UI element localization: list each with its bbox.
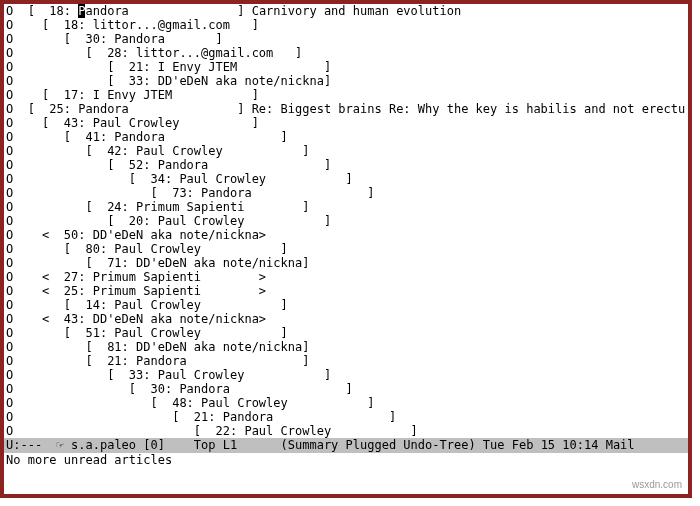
modeline-buffer-icon: ☞	[57, 438, 64, 452]
summary-line[interactable]: O [ 81: DD'eDeN aka note/nickna]	[6, 340, 686, 354]
summary-line[interactable]: O [ 28: littor...@gmail.com ]	[6, 46, 686, 60]
echo-area: No more unread articles	[4, 453, 688, 468]
summary-line[interactable]: O [ 42: Paul Crowley ]	[6, 144, 686, 158]
summary-line[interactable]: O [ 22: Paul Crowley ]	[6, 424, 686, 438]
summary-line[interactable]: O [ 71: DD'eDeN aka note/nickna]	[6, 256, 686, 270]
summary-line[interactable]: O [ 14: Paul Crowley ]	[6, 298, 686, 312]
modeline-buffer-info: s.a.paleo [0] Top L1 (Summary Plugged Un…	[64, 438, 635, 452]
modeline-modified: U:---	[6, 438, 57, 452]
summary-line[interactable]: O [ 21: Pandora ]	[6, 354, 686, 368]
summary-line[interactable]: O < 43: DD'eDeN aka note/nickna>	[6, 312, 686, 326]
summary-line[interactable]: O [ 43: Paul Crowley ]	[6, 116, 686, 130]
summary-line[interactable]: O [ 34: Paul Crowley ]	[6, 172, 686, 186]
emacs-frame: O [ 18: Pandora ] Carnivory and human ev…	[0, 0, 692, 498]
summary-line[interactable]: O [ 20: Paul Crowley ]	[6, 214, 686, 228]
gnus-summary-buffer[interactable]: O [ 18: Pandora ] Carnivory and human ev…	[4, 4, 688, 438]
summary-line[interactable]: O [ 73: Pandora ]	[6, 186, 686, 200]
summary-line[interactable]: O [ 21: I Envy JTEM ]	[6, 60, 686, 74]
watermark: wsxdn.com	[632, 478, 682, 492]
echo-message: No more unread articles	[6, 453, 172, 467]
summary-line[interactable]: O < 27: Primum Sapienti >	[6, 270, 686, 284]
summary-line[interactable]: O [ 21: Pandora ]	[6, 410, 686, 424]
summary-line[interactable]: O [ 18: Pandora ] Carnivory and human ev…	[6, 4, 686, 18]
summary-line[interactable]: O [ 30: Pandora ]	[6, 32, 686, 46]
summary-line[interactable]: O [ 33: Paul Crowley ]	[6, 368, 686, 382]
summary-line[interactable]: O < 25: Primum Sapienti >	[6, 284, 686, 298]
summary-line[interactable]: O [ 41: Pandora ]	[6, 130, 686, 144]
summary-line[interactable]: O [ 80: Paul Crowley ]	[6, 242, 686, 256]
summary-line[interactable]: O [ 18: littor...@gmail.com ]	[6, 18, 686, 32]
summary-line[interactable]: O [ 17: I Envy JTEM ]	[6, 88, 686, 102]
summary-line[interactable]: O [ 52: Pandora ]	[6, 158, 686, 172]
summary-line[interactable]: O [ 33: DD'eDeN aka note/nickna]	[6, 74, 686, 88]
point-cursor: P	[78, 4, 85, 18]
modeline[interactable]: U:--- ☞ s.a.paleo [0] Top L1 (Summary Pl…	[4, 438, 688, 453]
summary-line[interactable]: O [ 51: Paul Crowley ]	[6, 326, 686, 340]
summary-line[interactable]: O < 50: DD'eDeN aka note/nickna>	[6, 228, 686, 242]
summary-line[interactable]: O [ 24: Primum Sapienti ]	[6, 200, 686, 214]
summary-line[interactable]: O [ 48: Paul Crowley ]	[6, 396, 686, 410]
summary-line[interactable]: O [ 30: Pandora ]	[6, 382, 686, 396]
summary-line[interactable]: O [ 25: Pandora ] Re: Biggest brains Re:…	[6, 102, 686, 116]
